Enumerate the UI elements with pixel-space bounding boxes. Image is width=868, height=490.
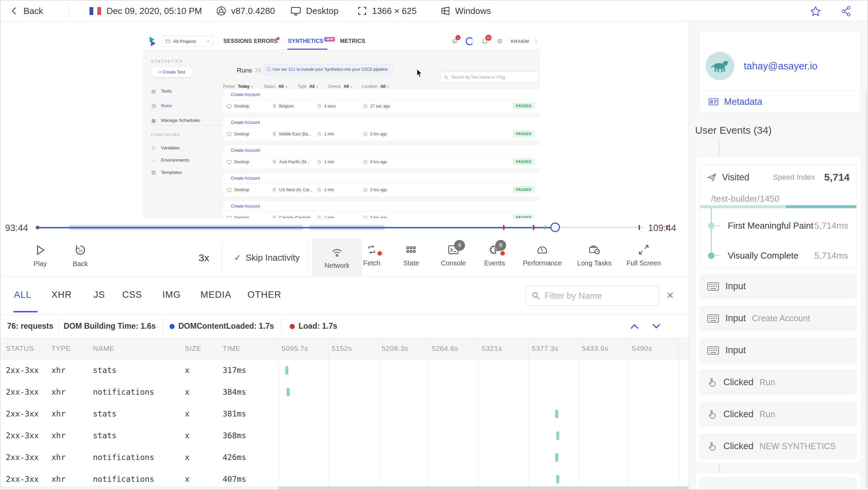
clock-icon <box>363 215 368 218</box>
favorite-star-button[interactable] <box>810 5 821 17</box>
user-event-row[interactable] <box>700 478 857 490</box>
sidebar-item: Environments <box>143 154 232 166</box>
network-tab[interactable]: ALL <box>14 277 31 312</box>
network-tab[interactable]: XHR <box>51 277 72 312</box>
tab-errors: ERRORS <box>254 33 278 50</box>
jump-down-button[interactable] <box>650 321 662 332</box>
share-button[interactable] <box>840 5 852 17</box>
jump-up-button[interactable] <box>629 321 640 332</box>
run-name-link: Create Account <box>223 201 540 212</box>
error-marker <box>666 225 668 230</box>
col-status: STATUS <box>0 344 51 353</box>
close-panel-button[interactable]: ✕ <box>666 286 674 306</box>
tab-metrics: METRICS <box>340 33 365 50</box>
console-panel-button[interactable]: 4 Console <box>437 244 470 267</box>
user-event-row[interactable]: Clicked Run <box>700 402 857 427</box>
id-card-icon <box>708 97 719 107</box>
play-button[interactable]: Play <box>26 244 54 268</box>
avatar <box>706 52 734 80</box>
header-divider <box>68 4 69 18</box>
loading-cell <box>462 33 477 50</box>
user-event-row[interactable]: Input <box>700 274 857 299</box>
sidebar-item-icon <box>151 145 156 150</box>
announcements-button: 1 <box>447 33 462 50</box>
events-panel-button[interactable]: 6 Events <box>480 244 510 267</box>
network-request-row[interactable]: 2xx-3xx xhr notifications x 407ms <box>0 468 689 486</box>
session-date: Dec 09, 2020, 05:10 PM <box>107 0 202 21</box>
network-tab[interactable]: MEDIA <box>200 277 231 312</box>
keyboard-icon <box>707 314 719 323</box>
playhead[interactable] <box>550 223 560 232</box>
request-status: 2xx-3xx <box>0 475 51 484</box>
time-tick: 5208.3s <box>379 338 429 359</box>
performance-panel-button[interactable]: Performance <box>518 244 566 267</box>
state-grid-icon <box>405 244 417 256</box>
clock-icon <box>363 187 368 192</box>
timing-mark <box>285 366 288 375</box>
sidebar-item-label: Runs <box>161 103 172 108</box>
run-duration: 1 min <box>317 156 334 168</box>
alert-dot <box>500 251 505 256</box>
cli-info-banner: ⓘ Use our CLI to include your Synthetics… <box>262 64 393 75</box>
user-event-row[interactable]: Clicked NEW SYNTHETICS <box>700 434 857 459</box>
panel-scrollbar[interactable] <box>866 93 867 488</box>
network-filter-input[interactable] <box>545 291 653 301</box>
summary-divider <box>163 317 163 335</box>
col-time: TIME <box>223 344 278 353</box>
replay-stage[interactable]: All Projects ∨ SESSIONS ERRORS SYNTHETIC… <box>0 21 689 218</box>
event-value: NEW SYNTHETICS <box>760 441 836 451</box>
full-screen-button[interactable]: Full Screen <box>621 244 667 267</box>
network-wifi-icon <box>331 246 343 258</box>
network-panel-button[interactable]: Network <box>312 239 362 277</box>
network-request-row[interactable]: 2xx-3xx xhr notifications x 426ms <box>0 446 689 468</box>
chevron-down-icon: ∨ <box>316 85 318 88</box>
chevron-down-icon: ∨ <box>350 85 353 88</box>
sidebar-config-menu: Variables Environments Templates <box>143 142 232 178</box>
network-filter-box[interactable] <box>526 286 659 306</box>
sidebar-item-label: Manage Schedules <box>161 118 200 123</box>
network-request-row[interactable]: 2xx-3xx xhr notifications x 384ms <box>0 381 689 403</box>
network-request-row[interactable]: 2xx-3xx xhr stats x 368ms <box>0 425 689 446</box>
active-tab-underline <box>287 49 327 50</box>
monitor-icon <box>227 132 232 137</box>
request-type: xhr <box>51 388 93 396</box>
back-10s-button[interactable]: 10 Back <box>66 244 95 268</box>
network-tab[interactable]: IMG <box>162 277 181 312</box>
replayed-app-frame: All Projects ∨ SESSIONS ERRORS SYNTHETIC… <box>143 33 540 218</box>
network-tab[interactable]: JS <box>94 277 105 312</box>
monitor-icon <box>227 187 232 193</box>
network-tab[interactable]: OTHER <box>247 277 282 312</box>
domcontentloaded-time: DOMContentLoaded: 1.7s <box>178 315 274 338</box>
timing-mark <box>555 410 558 418</box>
event-marker <box>543 226 547 229</box>
dom-building-time: DOM Building Time: 1.6s <box>64 315 156 338</box>
resolution-icon <box>357 6 367 16</box>
user-event-row[interactable]: Input Create Account <box>700 306 857 331</box>
summary-divider <box>280 317 281 335</box>
requests-count: 76: requests <box>7 315 53 338</box>
skip-inactivity-toggle[interactable]: ✓ Skip Inactivity <box>228 239 306 277</box>
user-event-row[interactable]: Input <box>700 338 857 363</box>
network-request-row[interactable]: 2xx-3xx xhr stats x 317ms <box>0 359 689 381</box>
run-duration: 1 min <box>317 128 334 140</box>
loading-spinner-icon <box>466 37 474 45</box>
back-button[interactable]: Back <box>10 0 43 21</box>
request-type: xhr <box>51 453 93 462</box>
network-tab[interactable]: CSS <box>122 277 142 312</box>
monitor-icon <box>227 104 232 109</box>
speed-button[interactable]: 3x <box>191 239 217 277</box>
state-panel-button[interactable]: State <box>396 244 426 267</box>
fetch-panel-button[interactable]: Fetch <box>357 244 387 267</box>
player-controls: Play 10 Back 3x ✓ Skip Inactivity Networ… <box>0 239 689 277</box>
scrollbar-thumb[interactable] <box>278 486 689 490</box>
metadata-button[interactable]: Metadata <box>708 91 762 113</box>
long-tasks-panel-button[interactable]: Long Tasks <box>572 244 617 267</box>
run-duration: 1 min <box>317 212 334 218</box>
run-time-ago: 3 hrs ago <box>363 128 387 140</box>
network-request-row[interactable]: 2xx-3xx xhr stats x 381ms <box>0 403 689 425</box>
sidebar-item-icon <box>151 118 156 123</box>
errors-alert-dot <box>277 37 279 40</box>
current-time: 93:44 <box>5 223 28 233</box>
user-event-row[interactable]: Clicked Run <box>700 370 857 395</box>
notifications-button: 33 <box>477 33 492 50</box>
